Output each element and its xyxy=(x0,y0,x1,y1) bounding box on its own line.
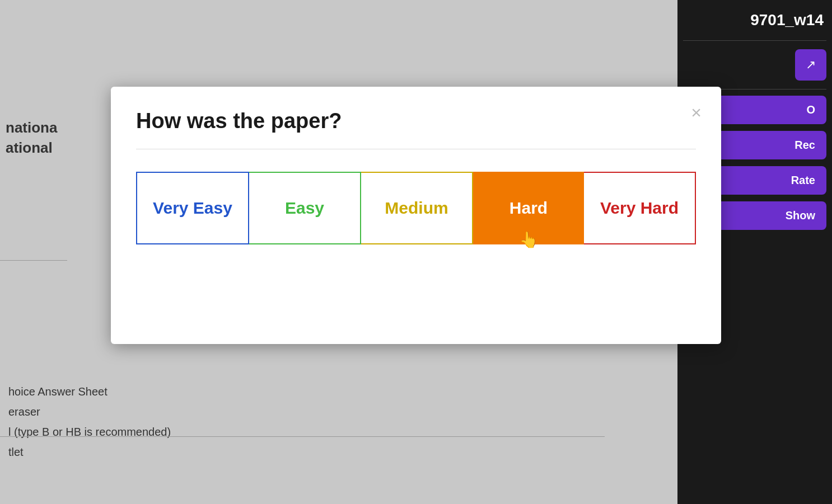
modal-backdrop: How was the paper? × Very Easy Easy Medi… xyxy=(0,0,832,504)
rating-hard-button[interactable]: Hard 👆 xyxy=(473,172,584,244)
cursor-pointer-icon: 👆 xyxy=(519,230,539,249)
modal-title: How was the paper? xyxy=(136,109,696,133)
modal-divider xyxy=(136,149,696,149)
rating-very-hard-button[interactable]: Very Hard xyxy=(584,172,696,244)
rating-modal: How was the paper? × Very Easy Easy Medi… xyxy=(111,87,721,344)
rating-medium-button[interactable]: Medium xyxy=(361,172,473,244)
rating-options: Very Easy Easy Medium Hard 👆 Very Hard xyxy=(136,172,696,244)
rating-very-easy-button[interactable]: Very Easy xyxy=(136,172,249,244)
rating-easy-button[interactable]: Easy xyxy=(249,172,361,244)
modal-close-button[interactable]: × xyxy=(691,103,702,121)
